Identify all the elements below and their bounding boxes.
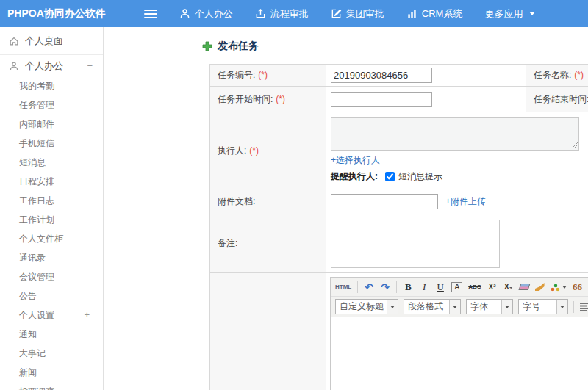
user-icon <box>179 8 190 19</box>
sms-remind-label: 短消息提示 <box>398 170 442 183</box>
sidebar-item-announcement[interactable]: 公告 <box>0 286 103 306</box>
remark-textarea[interactable] <box>331 220 500 268</box>
main-content: 发布任务 任务编号:(*) 任务名称:(*) 任务开始时 <box>104 27 588 390</box>
color-wand-icon <box>551 283 560 292</box>
required-mark: (*) <box>249 145 259 156</box>
nav-label: 个人办公 <box>195 7 233 21</box>
brand-logo: PHPOA协同办公软件 <box>0 7 106 21</box>
hamburger-menu-icon[interactable] <box>144 10 157 18</box>
nav-more-apps[interactable]: 更多应用 <box>484 7 535 21</box>
strikethrough-button[interactable]: ABC <box>468 281 481 294</box>
dropdown-arrow-icon <box>387 300 398 314</box>
dropdown-arrow-icon <box>449 300 460 314</box>
italic-button[interactable]: I <box>419 281 429 294</box>
dropdown-arrow-icon <box>501 300 512 314</box>
executor-label: 执行人:(*) <box>210 112 326 189</box>
nav-label: CRM系统 <box>422 7 463 21</box>
toolbar-separator <box>357 281 358 293</box>
nav-label: 更多应用 <box>484 7 523 21</box>
end-time-label: 任务结束时间:(*) <box>526 87 588 112</box>
table-row: 任务描述:(*) HTML ↶ ↷ B I U A <box>210 273 588 390</box>
share-out-icon <box>255 8 266 19</box>
collapse-icon[interactable]: − <box>87 60 93 71</box>
sidebar-item-file-cabinet[interactable]: 个人文件柜 <box>0 229 103 248</box>
attachment-upload-link[interactable]: +附件上传 <box>445 195 486 208</box>
nav-personal-office[interactable]: 个人办公 <box>179 7 233 21</box>
rich-text-editor: HTML ↶ ↷ B I U A ABC X² X₂ <box>330 277 588 390</box>
editor-toolbar-row1: HTML ↶ ↷ B I U A ABC X² X₂ <box>331 278 588 297</box>
sidebar-item-schedule[interactable]: 日程安排 <box>0 172 103 191</box>
table-row: 备注: <box>210 214 588 273</box>
font-family-dropdown[interactable]: 字体 <box>466 299 513 314</box>
resize-grip[interactable] <box>573 142 578 148</box>
custom-title-dropdown[interactable]: 自定义标题 <box>335 299 398 314</box>
paragraph-format-dropdown[interactable]: 段落格式 <box>404 299 461 314</box>
caret-down-icon <box>562 286 567 289</box>
toolbar-separator <box>573 301 574 313</box>
sidebar-item-vote-survey[interactable]: 投票调查 <box>0 382 103 390</box>
editor-content-area[interactable] <box>331 317 588 390</box>
remind-executor-label: 提醒执行人: <box>331 170 378 183</box>
sidebar-item-label: 个人桌面 <box>25 35 63 48</box>
task-no-input[interactable] <box>331 68 432 83</box>
underline-button[interactable]: U <box>435 281 445 294</box>
redo-button[interactable]: ↷ <box>380 281 390 294</box>
sidebar-item-personal-settings[interactable]: 个人设置 + <box>0 306 103 325</box>
table-row: 执行人:(*) +选择执行人 提醒执行人: 短消息提示 <box>210 112 588 189</box>
start-time-label: 任务开始时间:(*) <box>210 87 326 112</box>
dropdown-arrow-icon <box>556 300 567 314</box>
blockquote-button[interactable]: 66 <box>573 281 583 294</box>
attachment-input[interactable] <box>331 194 438 209</box>
toolbar-separator <box>396 281 397 293</box>
table-row: 任务编号:(*) 任务名称:(*) <box>210 65 588 87</box>
nav-label: 流程审批 <box>270 7 309 21</box>
choose-executor-link[interactable]: +选择执行人 <box>331 155 380 165</box>
sidebar-item-work-plan[interactable]: 工作计划 <box>0 210 103 229</box>
required-mark: (*) <box>574 70 584 80</box>
sidebar: 个人桌面 个人办公 − 我的考勤 任务管理 内部邮件 手机短信 短消息 日程安排… <box>0 27 104 390</box>
sidebar-item-short-message[interactable]: 短消息 <box>0 153 103 172</box>
bar-chart-icon <box>406 8 417 19</box>
sidebar-item-memorabilia[interactable]: 大事记 <box>0 344 103 363</box>
attachment-label: 附件文档: <box>210 189 326 214</box>
sidebar-item-internal-mail[interactable]: 内部邮件 <box>0 115 103 134</box>
nav-workflow-approval[interactable]: 流程审批 <box>255 7 309 21</box>
subscript-button[interactable]: X₂ <box>503 281 514 294</box>
html-source-button[interactable]: HTML <box>335 281 351 294</box>
person-icon <box>9 61 19 71</box>
required-mark: (*) <box>258 70 268 80</box>
sidebar-item-contacts[interactable]: 通讯录 <box>0 248 103 267</box>
sidebar-item-work-log[interactable]: 工作日志 <box>0 191 103 210</box>
highlight-color-button[interactable] <box>551 283 567 292</box>
font-size-dropdown[interactable]: 字号 <box>518 299 568 314</box>
nav-group-approval[interactable]: 集团审批 <box>331 7 384 21</box>
nav-crm-system[interactable]: CRM系统 <box>406 7 463 21</box>
editor-toolbar-row2: 自定义标题 段落格式 字体 <box>331 297 588 317</box>
bold-button[interactable]: B <box>403 281 413 294</box>
remark-label: 备注: <box>210 214 326 273</box>
undo-button[interactable]: ↶ <box>364 281 374 294</box>
start-time-input[interactable] <box>331 92 432 107</box>
sidebar-item-notice[interactable]: 通知 <box>0 325 103 344</box>
home-icon <box>9 36 19 46</box>
font-style-button[interactable]: A <box>451 282 462 292</box>
sidebar-item-meeting-management[interactable]: 会议管理 <box>0 267 103 286</box>
sidebar-item-personal-office[interactable]: 个人办公 − <box>0 55 103 76</box>
eraser-icon[interactable] <box>518 284 530 290</box>
sidebar-item-sms[interactable]: 手机短信 <box>0 134 103 153</box>
superscript-button[interactable]: X² <box>487 281 498 294</box>
sms-remind-checkbox[interactable] <box>385 172 395 181</box>
sidebar-item-news[interactable]: 新闻 <box>0 363 103 382</box>
align-left-icon[interactable] <box>579 302 588 311</box>
edit-icon <box>331 8 342 19</box>
top-navigation: 个人办公 流程审批 集团审批 CRM系统 更多应用 <box>179 7 558 21</box>
table-row: 任务开始时间:(*) 任务结束时间:(*) <box>210 87 588 112</box>
caret-down-icon <box>529 12 535 15</box>
sidebar-item-task-management[interactable]: 任务管理 <box>0 95 103 115</box>
executor-textarea[interactable] <box>331 117 579 151</box>
expand-icon[interactable]: + <box>84 306 90 325</box>
format-brush-icon[interactable] <box>535 283 545 291</box>
required-mark: (*) <box>276 94 285 104</box>
sidebar-item-personal-desktop[interactable]: 个人桌面 <box>0 27 103 54</box>
sidebar-item-my-attendance[interactable]: 我的考勤 <box>0 76 103 95</box>
